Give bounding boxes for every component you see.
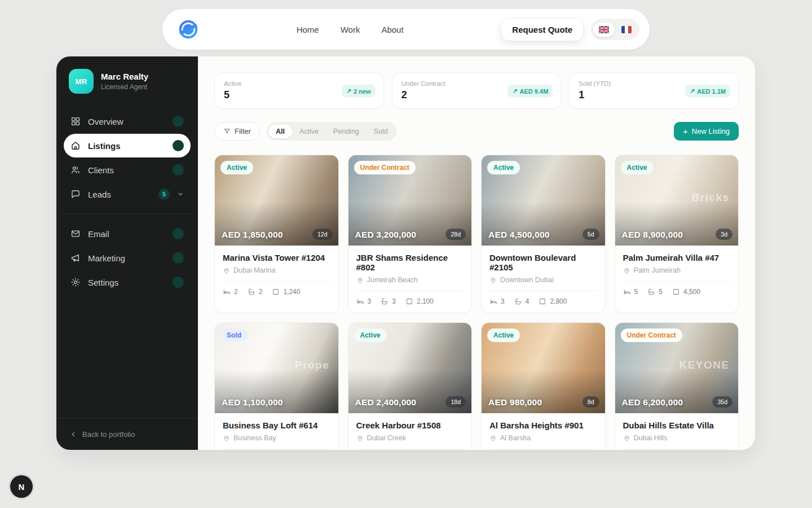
language-en-button[interactable]	[593, 23, 615, 37]
listing-photo: Active AED 2,400,000 18d	[348, 323, 472, 413]
back-to-portfolio-button[interactable]: Back to portfolio	[56, 418, 198, 450]
floating-badge[interactable]: N	[10, 475, 33, 498]
stat-card-active: Active 5 ↗ 2 new	[214, 73, 384, 109]
count-badge	[173, 140, 184, 151]
listing-card[interactable]: Active AED 2,400,000 18d Creek Harbour #…	[348, 322, 473, 450]
language-fr-button[interactable]	[616, 23, 637, 37]
stat-trend-badge: ↗ 2 new	[342, 85, 376, 98]
divider	[489, 449, 597, 449]
map-pin-icon	[223, 267, 230, 274]
filter-tab-pending[interactable]: Pending	[326, 125, 367, 138]
beds-stat: 5	[623, 288, 638, 296]
mail-icon	[70, 229, 81, 239]
listing-stats: 5 5 4,500	[623, 288, 731, 296]
divider	[356, 449, 464, 449]
divider	[623, 281, 731, 282]
request-quote-button[interactable]: Request Quote	[501, 19, 583, 41]
map-pin-icon	[356, 277, 364, 284]
nav-link-work[interactable]: Work	[341, 25, 360, 34]
sidebar: MR Marc Realty Licensed Agent Overview L…	[56, 56, 198, 450]
nav-right-group: Request Quote	[501, 19, 639, 41]
listing-title: Downtown Boulevard #2105	[489, 253, 597, 272]
agent-role: Licensed Agent	[101, 83, 148, 91]
listing-card[interactable]: Under Contract AED 3,200,000 28d JBR Sha…	[348, 155, 473, 313]
listing-card[interactable]: Under Contract KEYONE AED 6,200,000 35d …	[615, 322, 739, 450]
sidebar-item-overview[interactable]: Overview	[64, 110, 191, 133]
listing-location: Palm Jumeirah	[623, 266, 731, 274]
agent-name: Marc Realty	[101, 72, 148, 81]
listing-price: AED 1,850,000	[222, 230, 283, 240]
listing-location: Dubai Marina	[223, 266, 330, 274]
bed-icon	[489, 297, 497, 305]
map-pin-icon	[489, 277, 497, 284]
count-badge	[173, 252, 184, 264]
sidebar-item-listings[interactable]: Listings	[64, 134, 191, 157]
chevron-down-icon	[177, 191, 184, 198]
bath-icon	[514, 297, 522, 305]
trend-up-icon: ↗	[512, 87, 517, 95]
listing-card[interactable]: Active Bricks AED 8,900,000 3d Palm Jume…	[615, 155, 739, 313]
app-shell: MR Marc Realty Licensed Agent Overview L…	[56, 56, 755, 450]
divider	[64, 214, 191, 214]
listing-price: AED 3,200,000	[355, 230, 417, 240]
language-switcher	[591, 19, 639, 40]
listing-title: Marina Vista Tower #1204	[223, 253, 330, 262]
bed-icon	[623, 288, 631, 296]
stat-card-under-contract: Under Contract 2 ↗ AED 9.4M	[392, 73, 562, 109]
sidebar-item-label: Clients	[88, 165, 165, 175]
bath-icon	[647, 288, 655, 296]
listing-card[interactable]: Active AED 980,000 8d Al Barsha Heights …	[481, 322, 606, 450]
trend-up-icon: ↗	[690, 87, 695, 95]
days-on-market-badge: 28d	[445, 229, 466, 240]
listing-card[interactable]: Active AED 4,500,000 5d Downtown Bouleva…	[481, 155, 606, 313]
megaphone-icon	[70, 253, 81, 263]
sidebar-item-settings[interactable]: Settings	[64, 270, 191, 294]
bath-icon	[248, 288, 255, 296]
filter-tab-sold[interactable]: Sold	[367, 125, 395, 138]
nav-link-about[interactable]: About	[381, 25, 403, 34]
divider	[623, 449, 731, 449]
divider	[223, 281, 330, 282]
sidebar-item-label: Marketing	[88, 253, 165, 263]
listing-stats: 3 4 2,800	[489, 297, 597, 305]
map-pin-icon	[623, 435, 630, 442]
nav-link-home[interactable]: Home	[297, 25, 319, 34]
bed-icon	[356, 297, 364, 305]
listing-title: Business Bay Loft #614	[223, 421, 330, 430]
listing-card[interactable]: Sold Prope AED 1,100,000 Business Bay Lo…	[214, 322, 339, 450]
status-badge: Active	[487, 329, 520, 342]
divider	[223, 449, 330, 449]
listings-grid: Active AED 1,850,000 12d Marina Vista To…	[214, 155, 739, 450]
sidebar-item-clients[interactable]: Clients	[64, 158, 191, 182]
sidebar-item-label: Email	[88, 229, 165, 239]
listing-price: AED 4,500,000	[488, 230, 550, 240]
filter-button[interactable]: Filter	[214, 122, 260, 141]
sidebar-item-marketing[interactable]: Marketing	[64, 246, 191, 270]
baths-stat: 4	[514, 297, 529, 305]
logo[interactable]	[178, 19, 198, 40]
gear-icon	[70, 277, 81, 287]
filter-tab-active[interactable]: Active	[292, 125, 326, 138]
plus-icon: +	[683, 127, 688, 135]
trend-up-icon: ↗	[346, 87, 351, 95]
area-icon	[272, 288, 280, 296]
sidebar-item-label: Leads	[88, 190, 151, 199]
new-listing-button[interactable]: + New Listing	[674, 122, 739, 141]
beds-stat: 3	[489, 297, 505, 305]
chat-icon	[70, 189, 81, 199]
filter-tab-all[interactable]: All	[268, 125, 292, 138]
area-stat: 2,800	[539, 297, 567, 305]
divider	[489, 291, 597, 291]
listing-card[interactable]: Active AED 1,850,000 12d Marina Vista To…	[214, 155, 339, 313]
sidebar-item-email[interactable]: Email	[64, 222, 191, 246]
sidebar-item-leads[interactable]: Leads 5	[64, 182, 191, 206]
map-pin-icon	[489, 435, 497, 442]
listing-location: Al Barsha	[489, 434, 597, 442]
listing-stats: 2 2 1,240	[223, 288, 330, 296]
baths-stat: 5	[647, 288, 663, 296]
listing-photo: Under Contract KEYONE AED 6,200,000 35d	[615, 323, 739, 413]
days-on-market-badge: 3d	[716, 229, 732, 240]
status-badge: Active	[487, 161, 520, 174]
area-icon	[672, 288, 680, 296]
listing-price: AED 2,400,000	[355, 397, 417, 408]
